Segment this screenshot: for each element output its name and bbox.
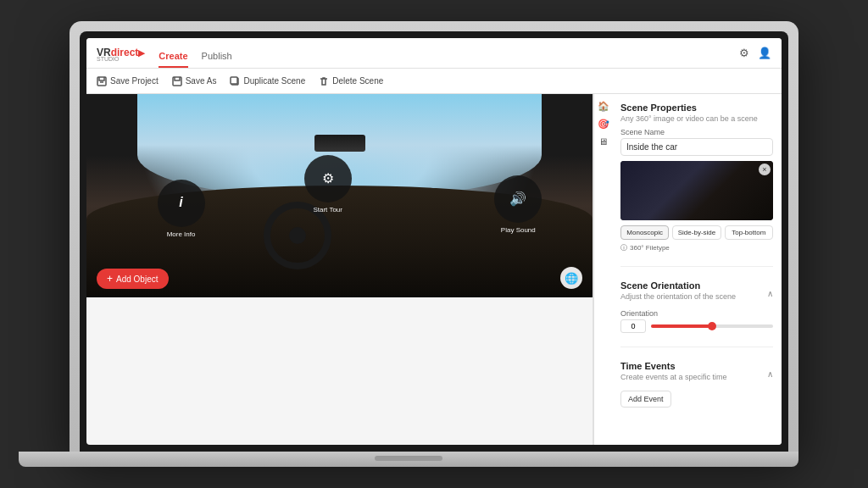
slider-thumb[interactable] bbox=[708, 322, 716, 330]
save-project-button[interactable]: Save Project bbox=[97, 76, 159, 86]
orientation-header: Scene Orientation Adjust the orientation… bbox=[620, 280, 773, 306]
globe-icon: 🌐 bbox=[565, 272, 578, 285]
car-mirror bbox=[314, 135, 365, 152]
more-info-label: More Info bbox=[167, 230, 196, 238]
filetype-side-by-side[interactable]: Side-by-side bbox=[672, 225, 721, 240]
time-events-subtitle: Create events at a specific time bbox=[620, 373, 727, 381]
target-icon[interactable]: 🎯 bbox=[598, 119, 609, 130]
scene-properties-subtitle: Any 360° image or video can be a scene bbox=[620, 114, 773, 123]
add-object-button[interactable]: + Add Object bbox=[97, 269, 169, 289]
app-logo: VRdirect▶ STUDIO bbox=[97, 44, 145, 62]
slider-track bbox=[651, 324, 712, 328]
scene-viewport: i More Info ⚙ Start Tour bbox=[86, 94, 593, 297]
filetype-link[interactable]: ⓘ 360° Filetype bbox=[620, 243, 773, 252]
start-tour-label: Start Tour bbox=[313, 206, 342, 214]
hotspot-play-sound[interactable]: 🔊 Play Sound bbox=[494, 175, 542, 234]
filetype-buttons: Monoscopic Side-by-side Top-bottom bbox=[620, 225, 773, 240]
monitor-icon[interactable]: 🖥 bbox=[598, 136, 608, 147]
orientation-title: Scene Orientation bbox=[620, 280, 736, 291]
orientation-label: Orientation bbox=[620, 309, 773, 318]
scene-name-input[interactable] bbox=[620, 138, 773, 156]
play-sound-label: Play Sound bbox=[501, 226, 536, 234]
topbar: VRdirect▶ STUDIO Create Publish ⚙ bbox=[86, 38, 782, 69]
hotspot-start-tour-circle: ⚙ bbox=[304, 155, 352, 202]
scene-name-label: Scene Name bbox=[620, 128, 773, 136]
bell-icon[interactable]: ⚙ bbox=[739, 47, 749, 59]
time-events-header: Time Events Create events at a specific … bbox=[620, 361, 773, 386]
filetype-top-bottom[interactable]: Top-bottom bbox=[725, 225, 773, 240]
save-as-button[interactable]: Save As bbox=[172, 76, 217, 86]
hotspot-more-info[interactable]: i More Info bbox=[158, 180, 205, 238]
main-area: i More Info ⚙ Start Tour bbox=[86, 94, 782, 445]
time-events-chevron-icon[interactable]: ∧ bbox=[767, 369, 773, 379]
orientation-row bbox=[620, 319, 773, 333]
left-panel: i More Info ⚙ Start Tour bbox=[86, 94, 593, 445]
nav-tabs: Create Publish bbox=[159, 38, 231, 68]
thumbnail-bg bbox=[620, 161, 773, 220]
scene-map-wrapper: Inside the car Scene 1 bbox=[86, 297, 593, 445]
hotspot-start-tour[interactable]: ⚙ Start Tour bbox=[304, 155, 352, 214]
user-icon[interactable]: 👤 bbox=[758, 47, 771, 59]
time-events-section: Time Events Create events at a specific … bbox=[620, 361, 773, 408]
filetype-monoscopic[interactable]: Monoscopic bbox=[620, 225, 669, 240]
info-circle-icon: ⓘ bbox=[620, 243, 627, 252]
more-info-icon: i bbox=[179, 195, 182, 210]
add-object-plus-icon: + bbox=[107, 273, 113, 285]
scene-properties-title: Scene Properties bbox=[620, 103, 773, 113]
add-event-button[interactable]: Add Event bbox=[620, 391, 671, 408]
tab-publish[interactable]: Publish bbox=[202, 51, 232, 68]
toolbar: Save Project Save As Duplicate Scene bbox=[86, 69, 782, 94]
thumbnail-container: × bbox=[620, 161, 773, 220]
globe-button[interactable]: 🌐 bbox=[560, 267, 582, 289]
laptop-notch bbox=[375, 456, 442, 461]
topbar-right: ⚙ 👤 bbox=[739, 47, 771, 59]
orientation-chevron-icon[interactable]: ∧ bbox=[767, 289, 773, 298]
hotspot-play-sound-circle: 🔊 bbox=[494, 175, 542, 223]
delete-scene-button[interactable]: Delete Scene bbox=[319, 76, 383, 86]
scene-orientation-section: Scene Orientation Adjust the orientation… bbox=[620, 280, 773, 333]
thumbnail-close-button[interactable]: × bbox=[759, 164, 771, 175]
tab-create[interactable]: Create bbox=[159, 51, 187, 68]
orientation-input[interactable] bbox=[620, 319, 646, 333]
svg-rect-3 bbox=[231, 77, 237, 84]
scene-thumbnail: × bbox=[620, 161, 773, 220]
orientation-slider[interactable] bbox=[651, 324, 773, 328]
hotspot-more-info-circle: i bbox=[158, 180, 205, 227]
time-events-title: Time Events bbox=[620, 361, 727, 371]
sidebar-icons: 🏠 🎯 🖥 bbox=[593, 94, 612, 445]
play-sound-icon: 🔊 bbox=[509, 191, 526, 207]
home-icon[interactable]: 🏠 bbox=[598, 101, 609, 112]
start-tour-icon: ⚙ bbox=[322, 170, 334, 186]
scene-properties-section: Scene Properties Any 360° image or video… bbox=[620, 103, 773, 252]
duplicate-scene-button[interactable]: Duplicate Scene bbox=[230, 76, 305, 86]
right-panel: Scene Properties Any 360° image or video… bbox=[612, 94, 782, 445]
orientation-subtitle: Adjust the orientation of the scene bbox=[620, 292, 736, 301]
